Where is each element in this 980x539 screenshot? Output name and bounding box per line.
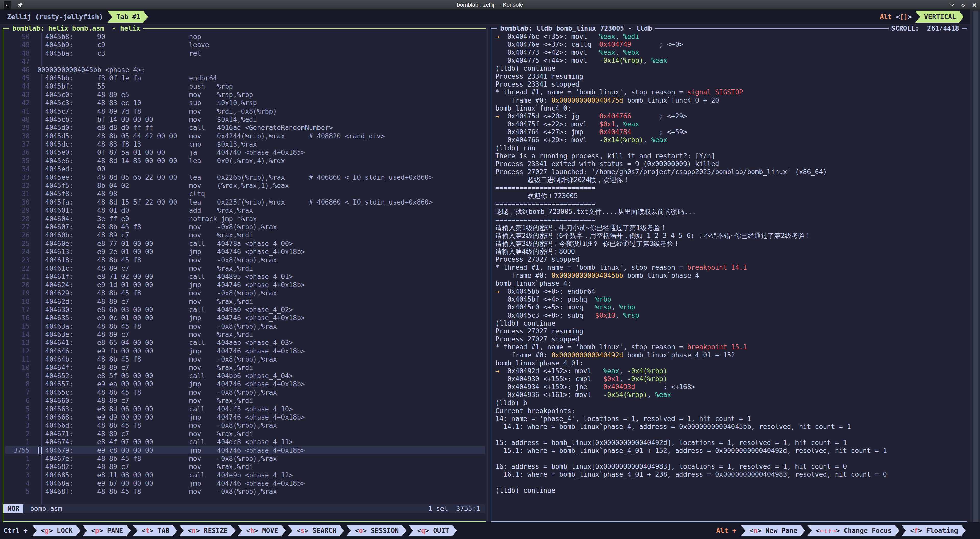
lldb-line: → 0x4045bb <+0>: endbr64 [495,287,966,295]
helix-commandline [3,513,485,521]
lldb-line: 欢迎你！723005 [495,192,966,200]
alt-hint: Alt <[]> [880,13,912,21]
lldb-line: 15: address = bomb_linux[0x0000000000404… [495,439,966,447]
asm-line: 20 404624: e9 1d 01 00 00 jmp 404746 <ph… [5,281,485,289]
lldb-line: (lldb) continue [495,486,966,494]
asm-line: 38 4045d5: 48 8b 05 44 42 00 00 mov 0x42… [5,132,485,140]
scrollbar[interactable] [970,10,980,539]
keybind-quit: <q> QUIT [409,525,457,536]
lldb-line: 请输入第1级的密码：牛刀小试~你已经通过了第1级考验！ [495,224,966,232]
lldb-line: 请输入第4级的密码：8000 [495,248,966,255]
asm-line: 27 404607: 48 8b 45 f8 mov -0x8(%rbp),%r… [5,223,485,231]
asm-line: 34 4045ed: 00 [5,165,485,173]
lldb-line: 0x404775 <+44>: movl -0x14(%rbp), %eax [495,57,966,65]
lldb-line: Current breakpoints: [495,407,966,415]
lldb-line: frame #0: 0x000000000040492d bomb_linux`… [495,351,966,359]
keybind-chips-right: Alt + <n> New Pane<←↓↑→> Change Focus<f>… [713,525,966,536]
lldb-line: * thread #1, name = 'bomb_linux', stop r… [495,263,966,271]
asm-line: 2 404671: 48 89 c7 mov %rax,%rdi [5,430,485,438]
asm-listing[interactable]: 50 4045b8: 90 nop49 4045b9: c9 leave48 4… [3,33,485,505]
lldb-line: Process 27027 launched: '/home/gh0s7/pro… [495,168,966,176]
ctrl-prefix: Ctrl + [3,527,27,534]
asm-line: 4 404668: e9 d9 00 00 00 jmp 404746 <pha… [5,413,485,421]
asm-line: 8 404657: e9 ea 00 00 00 jmp 404746 <pha… [5,380,485,388]
lldb-line: bomb_linux`phase_4_01: [495,359,966,367]
lldb-line: → 0x40476c <+35>: movl %eax, %edi [495,33,966,41]
scroll-indicator: SCROLL: 261/4418 [889,24,962,33]
asm-line: 11 40464b: 48 8b 45 f8 mov -0x8(%rbp),%r… [5,355,485,364]
asm-line: 17 404630: e8 6b 03 00 00 call 4049a0 <p… [5,306,485,314]
lldb-line [495,431,966,439]
lldb-line: 0x404936 <+161>: movl -0x54(%rbp), %eax [495,391,966,399]
asm-line: 4600000000004045bb <phase_4>: [5,66,485,74]
mode-indicator: NOR [3,504,24,513]
lldb-line: Process 27027 stopped [495,335,966,343]
asm-line: 26 40460b: 48 89 c7 mov %rax,%rdi [5,231,485,239]
lldb-line: Process 23341 resuming [495,72,966,80]
lldb-pane-title: bomblab: lldb bomb_linux 723005 - lldb [497,24,655,33]
asm-line: 28 404604: 3e ff e0 notrack jmp *%rax [5,215,485,223]
lldb-line [495,455,966,462]
asm-line: 4 40468a: e9 b7 00 00 00 jmp 404746 <pha… [5,479,485,488]
lldb-line: ========================= [495,184,966,192]
asm-line: 10 40464f: 48 89 c7 mov %rax,%rdi [5,364,485,372]
lldb-line: 16.1: where = bomb_linux`phase_4_01 + 23… [495,470,966,478]
asm-line: 41 4045c7: 48 89 7d f8 mov %rdi,-0x8(%rb… [5,107,485,115]
asm-line: 44 4045bf: 55 push %rbp [5,82,485,90]
lldb-line: Process 23341 exited with status = 9 (0x… [495,160,966,168]
minimize-button[interactable] [946,0,958,10]
asm-line: 6 404660: 48 89 c7 mov %rax,%rdi [5,397,485,405]
lldb-line: 14.1: where = bomb_linux`phase_4, addres… [495,423,966,431]
lldb-line: 16: address = bomb_linux[0x0000000000404… [495,462,966,470]
keybind-resize: <n> RESIZE [179,525,235,536]
lldb-output[interactable]: → 0x40476c <+35>: movl %eax, %edi 0x4047… [491,33,966,521]
lldb-line: 0x404934 <+159>: jne 0x40493d ; <+168> [495,383,966,391]
pin-icon[interactable] [18,2,24,8]
lldb-line: (lldb) continue [495,319,966,327]
asm-line: 9 404652: e8 5f 05 00 00 call 404bb6 <ph… [5,372,485,380]
lldb-line: Process 27027 stopped [495,255,966,263]
lldb-line: 请输入第3级的密码：今夜没加班？ 你已经通过了第3级考验！ [495,240,966,248]
asm-line: 3755 404679: e9 c8 00 00 00 jmp 404746 <… [5,447,485,454]
asm-line: 50 4045b8: 90 nop [5,33,485,41]
keybind-new-pane: <n> New Pane [741,525,805,536]
lldb-line: 0x40476e <+37>: callq 0x404749 ; <+0> [495,41,966,48]
lldb-line: bomb_linux`func4_0: [495,104,966,112]
keybind-tab: <t> TAB [133,525,177,536]
asm-line: 30 4045fa: 48 8d 15 5f 22 00 00 lea 0x22… [5,198,485,206]
pane-divider[interactable] [487,28,488,521]
lldb-line: 0x40475f <+22>: movl $0x1, %eax [495,120,966,128]
asm-line: 31 4045f8: 48 98 cltq [5,190,485,198]
keybind-pane: <p> PANE [83,525,130,536]
lldb-line: frame #0: 0x000000000040475d bomb_linux`… [495,97,966,104]
asm-line: 25 40460e: e8 77 01 00 00 call 40478a <p… [5,239,485,248]
asm-line: 5 40468f: 48 8b 45 f8 mov -0x8(%rbp),%ra… [5,488,485,496]
keybind-change-focus: <←↓↑→> Change Focus [807,525,899,536]
lldb-pane[interactable]: bomblab: lldb bomb_linux 723005 - lldb S… [490,24,967,522]
lldb-line: 0x404773 <+42>: movl %eax, %ebx [495,48,966,56]
maximize-button[interactable]: ◇ [958,0,969,10]
zellij-tab-bar: Zellij (rusty-jellyfish) Tab #1 Alt <[]>… [0,10,980,24]
asm-line: 49 4045b9: c9 leave [5,41,485,49]
lldb-line: 0x4045c0 <+5>: movq %rsp, %rbp [495,303,966,311]
asm-line: 7 40465c: 48 8b 45 f8 mov -0x8(%rbp),%ra… [5,388,485,397]
konsole-app-icon: >_ [3,1,12,9]
lldb-line: 0x4045bf <+4>: pushq %rbp [495,295,966,303]
asm-line: 1 40467e: 48 8b 45 f8 mov -0x8(%rbp),%ra… [5,454,485,462]
asm-line: 42 4045c3: 48 83 ec 10 sub $0x10,%rsp [5,99,485,107]
asm-line: 3 40466d: 48 8b 45 f8 mov -0x8(%rbp),%ra… [5,421,485,429]
alt-prefix: Alt + [716,527,736,534]
close-button[interactable]: × [969,0,980,10]
zellij-keybind-bar: Ctrl + <g> LOCK<p> PANE<t> TAB<n> RESIZE… [0,522,980,539]
keybind-move: <h> MOVE [238,525,286,536]
tab-1[interactable]: Tab #1 [108,11,148,23]
helix-pane[interactable]: bomblab: helix bomb.asm - helix 50 4045b… [3,24,486,522]
lldb-line: (lldb) b [495,399,966,407]
lldb-line: Process 27027 resuming [495,327,966,335]
asm-line: 22 40461c: 48 89 c7 mov %rax,%rdi [5,264,485,273]
scrollbar-thumb[interactable] [973,11,978,537]
lldb-line: * thread #1, name = 'bomb_linux', stop r… [495,88,966,96]
keybind-session: <o> SESSION [346,525,406,536]
asm-line: 45 4045bb: f3 0f 1e fa endbr64 [5,74,485,82]
text-cursor [41,447,42,454]
